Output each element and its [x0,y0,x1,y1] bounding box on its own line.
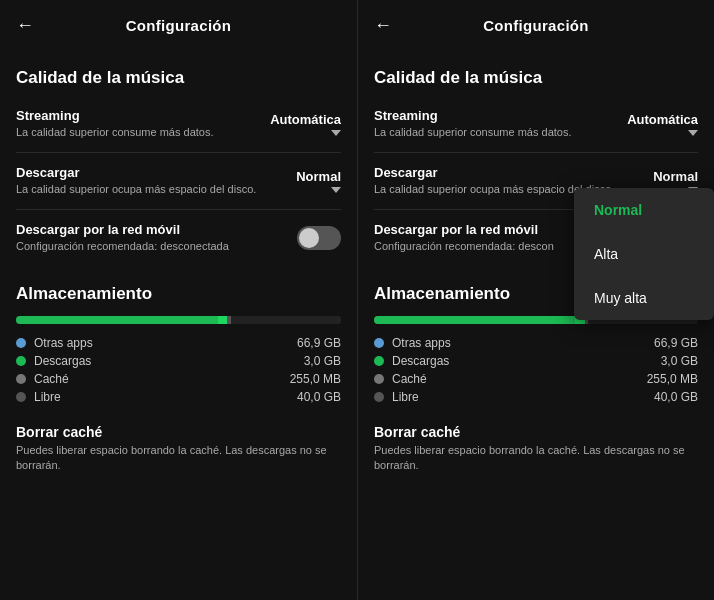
left-legend-downloads-value: 3,0 GB [304,354,341,368]
right-streaming-value: Automática [627,112,698,127]
left-legend-free-value: 40,0 GB [297,390,341,404]
right-legend-free-label: Libre [392,390,654,404]
right-legend-other: Otras apps 66,9 GB [374,336,698,350]
left-dot-downloads [16,356,26,366]
right-storage-legend: Otras apps 66,9 GB Descargas 3,0 GB Cach… [358,332,714,412]
right-borrar-cache-desc: Puedes liberar espacio borrando la caché… [374,443,698,474]
right-borrar-cache-title: Borrar caché [374,424,698,440]
right-music-quality-title: Calidad de la música [358,50,714,96]
right-dot-other [374,338,384,348]
left-streaming-left: Streaming La calidad superior consume má… [16,108,270,139]
right-streaming-row[interactable]: Streaming La calidad superior consume má… [358,96,714,152]
left-bar-downloads [218,316,228,324]
left-streaming-desc: La calidad superior consume más datos. [16,125,262,139]
right-legend-free: Libre 40,0 GB [374,390,698,404]
right-borrar-cache[interactable]: Borrar caché Puedes liberar espacio borr… [358,412,714,478]
right-streaming-left: Streaming La calidad superior consume má… [374,108,627,139]
left-storage-legend: Otras apps 66,9 GB Descargas 3,0 GB Cach… [0,332,357,412]
left-legend-other: Otras apps 66,9 GB [16,336,341,350]
left-legend-cache: Caché 255,0 MB [16,372,341,386]
right-dot-cache [374,374,384,384]
right-streaming-label: Streaming [374,108,619,123]
right-streaming-desc: La calidad superior consume más datos. [374,125,619,139]
right-legend-cache-value: 255,0 MB [647,372,698,386]
right-dropdown-alta[interactable]: Alta [574,232,714,276]
left-dot-other [16,338,26,348]
left-dot-free [16,392,26,402]
left-descargar-value: Normal [296,169,341,184]
right-legend-downloads: Descargas 3,0 GB [374,354,698,368]
left-legend-cache-label: Caché [34,372,290,386]
left-legend-cache-value: 255,0 MB [290,372,341,386]
right-streaming-value-container: Automática [627,112,698,136]
left-bar-other [16,316,218,324]
right-legend-other-value: 66,9 GB [654,336,698,350]
right-legend-downloads-value: 3,0 GB [661,354,698,368]
left-streaming-value-container: Automática [270,112,341,136]
left-bar-free [231,316,342,324]
left-header-title: Configuración [126,17,232,34]
right-dropdown: Normal Alta Muy alta [574,188,714,320]
left-panel: ← Configuración Calidad de la música Str… [0,0,357,600]
right-dot-free [374,392,384,402]
left-streaming-value: Automática [270,112,341,127]
right-legend-downloads-label: Descargas [392,354,661,368]
left-redmovil-label: Descargar por la red móvil [16,222,289,237]
left-music-quality-title: Calidad de la música [0,50,357,96]
right-legend-other-label: Otras apps [392,336,654,350]
left-descargar-value-container: Normal [296,169,341,193]
left-streaming-arrow-icon [331,130,341,136]
left-legend-free-label: Libre [34,390,297,404]
right-bar-other [374,316,575,324]
right-header-title: Configuración [483,17,589,34]
left-storage-bar [16,316,341,324]
left-legend-downloads-label: Descargas [34,354,304,368]
left-borrar-cache[interactable]: Borrar caché Puedes liberar espacio borr… [0,412,357,478]
left-redmovil-left: Descargar por la red móvil Configuración… [16,222,297,253]
left-dot-cache [16,374,26,384]
left-descargar-left: Descargar La calidad superior ocupa más … [16,165,296,196]
left-back-arrow[interactable]: ← [16,15,34,36]
left-legend-other-label: Otras apps [34,336,297,350]
right-panel: ← Configuración Calidad de la música Str… [357,0,714,600]
right-descargar-label: Descargar [374,165,645,180]
right-header: ← Configuración [358,0,714,50]
left-storage-title: Almacenamiento [0,266,357,312]
right-streaming-arrow-icon [688,130,698,136]
right-dropdown-normal[interactable]: Normal [574,188,714,232]
left-descargar-desc: La calidad superior ocupa más espacio de… [16,182,288,196]
left-legend-other-value: 66,9 GB [297,336,341,350]
left-redmovil-toggle[interactable] [297,226,341,250]
left-borrar-cache-title: Borrar caché [16,424,341,440]
left-streaming-row[interactable]: Streaming La calidad superior consume má… [0,96,357,152]
right-back-arrow[interactable]: ← [374,15,392,36]
right-dropdown-muyalta[interactable]: Muy alta [574,276,714,320]
left-borrar-cache-desc: Puedes liberar espacio borrando la caché… [16,443,341,474]
left-descargar-row[interactable]: Descargar La calidad superior ocupa más … [0,153,357,209]
left-toggle-knob [299,228,319,248]
right-legend-cache-label: Caché [392,372,647,386]
left-legend-downloads: Descargas 3,0 GB [16,354,341,368]
left-legend-free: Libre 40,0 GB [16,390,341,404]
left-redmovil-row: Descargar por la red móvil Configuración… [0,210,357,266]
right-descargar-value: Normal [653,169,698,184]
right-dot-downloads [374,356,384,366]
left-descargar-arrow-icon [331,187,341,193]
left-redmovil-desc: Configuración recomendada: desconectada [16,239,289,253]
left-streaming-label: Streaming [16,108,262,123]
right-legend-cache: Caché 255,0 MB [374,372,698,386]
left-descargar-label: Descargar [16,165,288,180]
right-legend-free-value: 40,0 GB [654,390,698,404]
left-header: ← Configuración [0,0,357,50]
